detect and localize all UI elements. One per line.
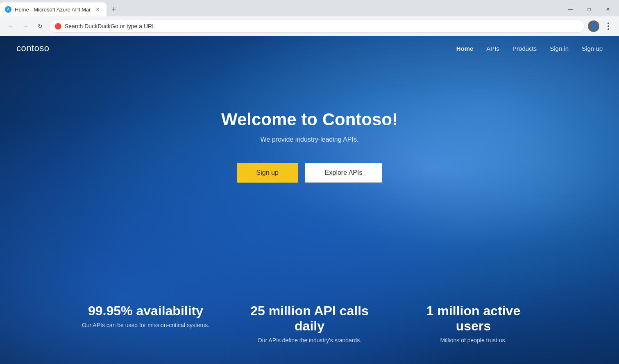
tab-favicon: A (5, 6, 11, 13)
maximize-button[interactable]: □ (580, 1, 599, 18)
nav-link-signin[interactable]: Sign in (550, 45, 569, 52)
tab-bar: A Home - Microsoft Azure API Mar ✕ + — □… (0, 0, 619, 16)
signup-button[interactable]: Sign up (237, 163, 298, 183)
refresh-button[interactable]: ↻ (34, 20, 46, 32)
minimize-button[interactable]: — (561, 1, 580, 18)
stat-api-calls: 25 million API calls daily Our APIs defi… (228, 303, 392, 344)
stat-users-desc: Millions of people trust us. (408, 337, 539, 344)
hero-title: Welcome to Contoso! (221, 110, 398, 129)
close-button[interactable]: ✕ (599, 1, 617, 18)
menu-button[interactable] (603, 20, 614, 32)
forward-button[interactable]: → (20, 20, 31, 32)
browser-chrome: A Home - Microsoft Azure API Mar ✕ + — □… (0, 0, 619, 36)
back-button[interactable]: ← (5, 20, 16, 32)
address-text: Search DuckDuckGo or type a URL (65, 23, 155, 29)
hero-buttons: Sign up Explore APIs (237, 163, 383, 183)
hero-section: Welcome to Contoso! We provide industry-… (0, 61, 619, 183)
nav-link-home[interactable]: Home (456, 45, 474, 52)
profile-button[interactable]: 👤 (588, 20, 599, 32)
stats-section: 99.95% availability Our APIs can be used… (0, 279, 619, 364)
menu-dot-1 (608, 23, 609, 24)
stat-api-calls-desc: Our APIs define the industry's standards… (244, 337, 375, 344)
security-icon: 🔴 (54, 23, 61, 29)
nav-logo: contoso (16, 43, 50, 54)
nav-bar: contoso Home APIs Products Sign in Sign … (0, 36, 619, 61)
address-input[interactable]: 🔴 Search DuckDuckGo or type a URL (49, 20, 585, 33)
website: contoso Home APIs Products Sign in Sign … (0, 36, 619, 364)
new-tab-button[interactable]: + (108, 4, 120, 15)
tab-close-button[interactable]: ✕ (94, 6, 102, 13)
explore-apis-button[interactable]: Explore APIs (305, 163, 383, 183)
stat-availability-desc: Our APIs can be used for mission-critica… (80, 322, 211, 328)
address-bar: ← → ↻ 🔴 Search DuckDuckGo or type a URL … (0, 16, 619, 36)
menu-dot-2 (608, 25, 609, 27)
nav-link-apis[interactable]: APIs (486, 45, 499, 52)
active-tab[interactable]: A Home - Microsoft Azure API Mar ✕ (0, 2, 107, 16)
tab-title: Home - Microsoft Azure API Mar (15, 7, 91, 13)
hero-subtitle: We provide industry-leading APIs. (261, 136, 359, 143)
nav-link-signup[interactable]: Sign up (582, 45, 603, 52)
stat-availability: 99.95% availability Our APIs can be used… (64, 303, 228, 344)
window-controls: — □ ✕ (561, 1, 619, 18)
nav-links: Home APIs Products Sign in Sign up (456, 45, 603, 52)
menu-dot-3 (608, 28, 609, 30)
stat-availability-number: 99.95% availability (80, 303, 211, 319)
stat-users-number: 1 million active users (408, 303, 539, 334)
stat-api-calls-number: 25 million API calls daily (244, 303, 375, 334)
stat-users: 1 million active users Millions of peopl… (392, 303, 556, 344)
nav-link-products[interactable]: Products (512, 45, 537, 52)
